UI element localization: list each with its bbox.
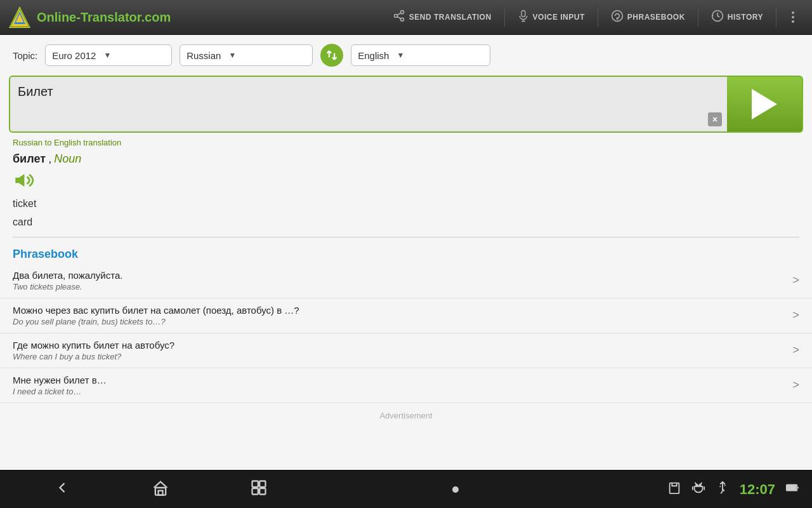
to-language-value: English [358, 50, 389, 61]
svg-point-12 [612, 10, 622, 21]
divider3 [698, 8, 698, 27]
send-translation-button[interactable]: SEND TRANSLATION [385, 6, 499, 29]
translation-section: Russian to English translation билет , N… [0, 138, 812, 243]
svg-rect-34 [787, 485, 796, 490]
text-input[interactable] [18, 84, 704, 99]
phrase-content-2: Можно через вас купить билет на самолет … [13, 305, 786, 326]
phrase-original-1: Два билета, пожалуйста. [13, 270, 786, 281]
phrase-translation-2: Do you sell plane (train, bus) tickets t… [13, 317, 786, 326]
bottom-right-icons: 12:07 [603, 481, 799, 498]
recents-icon [250, 479, 268, 500]
send-translation-label: SEND TRANSLATION [409, 13, 492, 22]
controls-bar: Topic: Euro 2012 ▼ Russian ▼ English ▼ [0, 35, 812, 76]
sound-button[interactable] [13, 170, 34, 191]
translation-comma: , [46, 154, 54, 164]
svg-rect-20 [252, 488, 258, 494]
phrase-chevron-1: > [786, 274, 799, 287]
to-language-select[interactable]: English ▼ [351, 44, 490, 66]
svg-rect-22 [669, 483, 679, 494]
input-area: × [9, 76, 803, 133]
svg-point-4 [400, 10, 403, 13]
history-icon [711, 10, 724, 25]
back-button[interactable] [13, 471, 111, 508]
history-button[interactable]: HISTORY [704, 6, 771, 29]
bottom-bar: 12:07 [0, 470, 812, 508]
more-dot3 [792, 20, 794, 23]
phrase-original-3: Где можно купить билет на автобус? [13, 340, 786, 351]
phrase-content-1: Два билета, пожалуйста. Two tickets plea… [13, 270, 786, 291]
phrasebook-label: PHRASEBOOK [627, 13, 685, 22]
clock: 12:07 [740, 481, 775, 498]
svg-rect-19 [259, 481, 265, 486]
svg-line-7 [397, 13, 401, 15]
divider-translations [13, 237, 799, 237]
send-icon [393, 10, 405, 25]
phrase-translation-1: Two tickets please. [13, 282, 786, 291]
play-button[interactable] [727, 76, 803, 133]
ad-label: Advertisement [379, 411, 432, 420]
translation-word-line: билет , Noun [13, 152, 799, 166]
svg-point-6 [394, 14, 397, 17]
divider4 [776, 8, 776, 27]
clear-icon: × [712, 114, 717, 124]
svg-marker-15 [15, 174, 24, 187]
svg-line-8 [397, 17, 401, 18]
back-icon [53, 479, 71, 500]
phrase-original-4: Мне нужен билет в… [13, 375, 786, 385]
phrase-translation-4: I need a ticket to… [13, 387, 786, 396]
more-button[interactable] [782, 6, 804, 29]
usb-icon [716, 481, 730, 498]
svg-rect-18 [252, 481, 258, 486]
phrase-content-3: Где можно купить билет на автобус? Where… [13, 340, 786, 361]
sd-card-icon [667, 481, 681, 498]
topbar: Online-Translator.com SEND TRANSLATION [0, 0, 812, 35]
phrase-chevron-3: > [786, 344, 799, 357]
text-input-container: × [9, 76, 727, 133]
svg-rect-9 [521, 10, 525, 17]
phrase-item-4[interactable]: Мне нужен билет в… I need a ticket to… > [0, 368, 812, 403]
phrase-item-1[interactable]: Два билета, пожалуйста. Two tickets plea… [0, 264, 812, 298]
svg-rect-21 [259, 488, 265, 494]
clear-button[interactable]: × [708, 112, 722, 126]
play-icon [752, 89, 777, 119]
bottom-center [308, 486, 603, 493]
from-arrow-icon: ▼ [226, 49, 239, 62]
translation-item-1: ticket [13, 195, 799, 213]
svg-point-13 [617, 18, 618, 19]
mic-icon [518, 10, 529, 25]
recents-button[interactable] [209, 471, 308, 508]
topic-select[interactable]: Euro 2012 ▼ [45, 44, 172, 66]
from-language-select[interactable]: Russian ▼ [180, 44, 313, 66]
to-arrow-icon: ▼ [394, 49, 407, 62]
translation-subtitle: Russian to English translation [13, 138, 799, 147]
topic-arrow-icon: ▼ [101, 49, 114, 62]
phrase-content-4: Мне нужен билет в… I need a ticket to… [13, 375, 786, 396]
divider1 [504, 8, 505, 27]
logo-area: Online-Translator.com [8, 5, 385, 29]
phrase-chevron-4: > [786, 378, 799, 392]
phrase-item-3[interactable]: Где можно купить билет на автобус? Where… [0, 333, 812, 368]
voice-input-button[interactable]: VOICE INPUT [510, 6, 593, 29]
topic-label: Topic: [13, 50, 37, 61]
svg-rect-16 [155, 488, 165, 495]
battery-icon [785, 481, 799, 498]
translation-word: билет [13, 152, 46, 165]
ad-area: Advertisement [0, 403, 812, 428]
svg-line-28 [721, 491, 723, 494]
more-dot2 [792, 16, 794, 18]
translation-item-2: card [13, 213, 799, 232]
android-icon [691, 481, 705, 498]
phrasebook-icon [611, 10, 624, 25]
phrasebook-button[interactable]: PHRASEBOOK [603, 6, 693, 29]
phrase-translation-3: Where can I buy a bus ticket? [13, 352, 786, 361]
voice-input-label: VOICE INPUT [533, 13, 585, 22]
phrase-item-2[interactable]: Можно через вас купить билет на самолет … [0, 298, 812, 333]
content: Topic: Euro 2012 ▼ Russian ▼ English ▼ × [0, 35, 812, 470]
topic-value: Euro 2012 [52, 50, 96, 61]
svg-rect-17 [158, 490, 162, 495]
history-label: HISTORY [728, 13, 763, 22]
svg-point-5 [400, 18, 403, 21]
translation-pos: Noun [54, 152, 81, 165]
home-button[interactable] [111, 471, 209, 508]
swap-languages-button[interactable] [320, 44, 343, 67]
